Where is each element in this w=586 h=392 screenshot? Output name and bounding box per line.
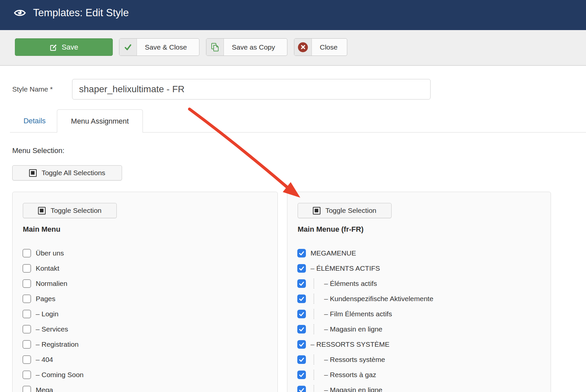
checkbox-checked[interactable] <box>297 371 306 379</box>
toggle-square-icon <box>29 169 37 177</box>
menu-item-label: – Kundenspezifische Aktivelemente <box>324 291 433 306</box>
panel-heading: Main Menu <box>23 225 61 234</box>
checkbox-unchecked[interactable] <box>22 386 31 392</box>
tree-indent-guide <box>314 324 314 334</box>
menu-item-row: – Film Éléments actifs <box>287 306 551 322</box>
menu-item-label: – Éléments actifs <box>324 276 377 291</box>
menu-item-label: – Magasin en ligne <box>324 382 382 392</box>
checkbox-unchecked[interactable] <box>22 310 31 318</box>
tree-indent-guide <box>314 385 314 392</box>
checkbox-unchecked[interactable] <box>22 325 31 333</box>
toggle-selection-label: Toggle Selection <box>51 207 102 215</box>
save-as-copy-button[interactable]: Save as Copy <box>206 38 287 56</box>
toggle-selection-button[interactable]: Toggle Selection <box>23 203 117 218</box>
tree-indent-guide <box>314 370 314 380</box>
style-name-label: Style Name * <box>12 79 53 99</box>
menu-item-label: – Ressorts à gaz <box>324 367 376 382</box>
page-title: Templates: Edit Style <box>33 6 129 20</box>
menu-panel-main-menu: Toggle Selection Main Menu Über unsKonta… <box>12 192 278 392</box>
toggle-selection-label: Toggle Selection <box>325 207 376 215</box>
menu-item-row: – RESSORTS SYSTÈME <box>287 337 551 352</box>
checkbox-unchecked[interactable] <box>22 371 31 379</box>
checkbox-checked[interactable] <box>297 355 306 364</box>
checkbox-unchecked[interactable] <box>22 264 31 273</box>
menu-item-label: – Registration <box>36 337 79 352</box>
tree-indent-guide <box>314 294 314 304</box>
eye-icon <box>14 9 26 19</box>
menu-item-list: Über unsKontaktNormalienPages– Login– Se… <box>13 246 277 392</box>
menu-item-label: Kontakt <box>36 261 59 276</box>
menu-item-row: – Login <box>13 306 277 322</box>
checkbox-unchecked[interactable] <box>22 249 31 257</box>
menu-item-list: MEGAMENUE– ÉLÉMENTS ACTIFS– Éléments act… <box>287 246 551 392</box>
toggle-all-selections-button[interactable]: Toggle All Selections <box>12 165 122 180</box>
tree-indent-guide <box>314 355 314 365</box>
close-x-icon <box>294 39 312 56</box>
toggle-all-selections-label: Toggle All Selections <box>42 169 105 177</box>
menu-item-row: – 404 <box>13 352 277 367</box>
checkbox-checked[interactable] <box>297 325 306 333</box>
checkbox-unchecked[interactable] <box>22 340 31 349</box>
menu-item-label: – ÉLÉMENTS ACTIFS <box>311 261 380 276</box>
checkbox-checked[interactable] <box>297 279 306 288</box>
menu-item-row: – Coming Soon <box>13 367 277 382</box>
save-and-close-button[interactable]: Save & Close <box>119 38 199 56</box>
checkbox-checked[interactable] <box>297 249 306 257</box>
toggle-selection-button[interactable]: Toggle Selection <box>298 203 392 218</box>
menu-item-row: – Magasin en ligne <box>287 322 551 337</box>
tab-details[interactable]: Details <box>12 109 57 132</box>
save-as-copy-label: Save as Copy <box>224 39 283 56</box>
toolbar: Save Save & Close Save as Copy <box>0 30 586 66</box>
close-button-label: Close <box>312 39 346 56</box>
menu-selection-label: Menu Selection: <box>12 146 64 155</box>
menu-item-row: Kontakt <box>13 261 277 276</box>
menu-item-label: MEGAMENUE <box>311 246 356 261</box>
header-bar: Templates: Edit Style <box>0 0 586 30</box>
checkbox-checked[interactable] <box>297 264 306 273</box>
save-and-close-label: Save & Close <box>137 39 195 56</box>
copy-icon <box>206 39 224 56</box>
toggle-square-icon <box>38 207 46 215</box>
menu-item-label: Über uns <box>36 246 64 261</box>
menu-item-row: – Magasin en ligne <box>287 382 551 392</box>
menu-item-row: – Éléments actifs <box>287 276 551 291</box>
menu-item-label: Pages <box>36 291 56 306</box>
menu-item-label: Normalien <box>36 276 67 291</box>
menu-item-row: Pages <box>13 291 277 306</box>
tree-indent-guide <box>314 279 314 289</box>
menu-item-row: – Kundenspezifische Aktivelemente <box>287 291 551 306</box>
menu-item-label: – Film Éléments actifs <box>324 306 392 322</box>
tab-menu-assignment[interactable]: Menu Assignment <box>57 109 143 133</box>
tree-indent-guide <box>314 309 314 319</box>
menu-item-label: – RESSORTS SYSTÈME <box>311 337 390 352</box>
menu-item-row: – Ressorts système <box>287 352 551 367</box>
menu-item-label: – Ressorts système <box>324 352 385 367</box>
menu-item-row: – ÉLÉMENTS ACTIFS <box>287 261 551 276</box>
checkbox-unchecked[interactable] <box>22 355 31 364</box>
menu-item-row: Normalien <box>13 276 277 291</box>
save-button-label: Save <box>62 43 78 52</box>
panel-heading: Main Menue (fr-FR) <box>298 225 363 234</box>
close-button[interactable]: Close <box>294 38 347 56</box>
menu-item-row: – Registration <box>13 337 277 352</box>
toggle-square-icon <box>313 207 320 215</box>
checkbox-checked[interactable] <box>297 386 306 392</box>
checkbox-checked[interactable] <box>297 294 306 303</box>
save-button[interactable]: Save <box>15 38 113 56</box>
checkbox-checked[interactable] <box>297 340 306 349</box>
style-name-input[interactable] <box>72 79 431 99</box>
menu-panel-main-menue-fr: Toggle Selection Main Menue (fr-FR) MEGA… <box>287 192 551 392</box>
menu-item-label: – Magasin en ligne <box>324 322 382 337</box>
menu-item-label: – Services <box>36 322 68 337</box>
menu-item-row: – Services <box>13 322 277 337</box>
checkbox-unchecked[interactable] <box>22 294 31 303</box>
menu-item-row: MEGAMENUE <box>287 246 551 261</box>
menu-item-label: – Coming Soon <box>36 367 84 382</box>
menu-item-label: – Login <box>36 306 59 322</box>
menu-item-row: – Ressorts à gaz <box>287 367 551 382</box>
menu-item-row: Mega <box>13 382 277 392</box>
checkbox-unchecked[interactable] <box>22 279 31 288</box>
check-icon <box>119 39 137 56</box>
checkbox-checked[interactable] <box>297 310 306 318</box>
menu-item-row: Über uns <box>13 246 277 261</box>
